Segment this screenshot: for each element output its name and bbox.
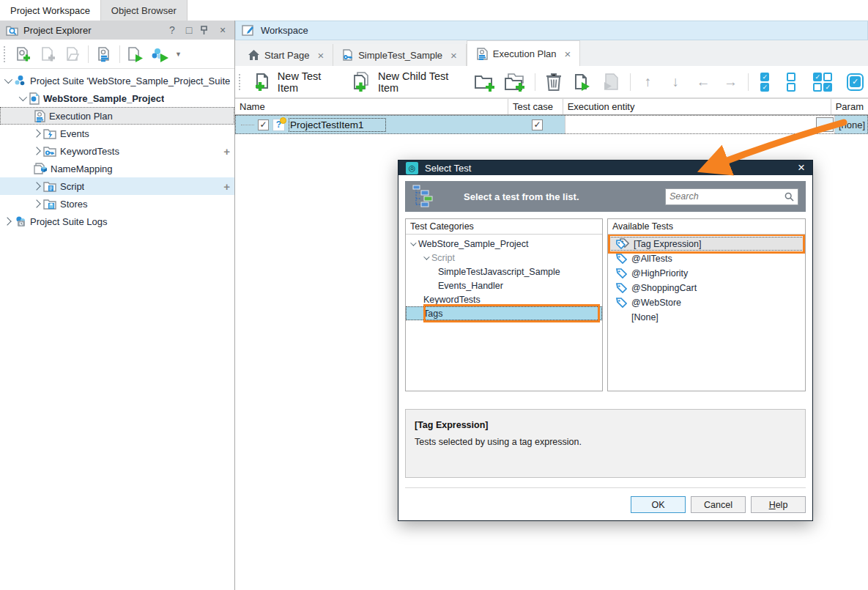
add-keywordtest-button[interactable]: + <box>223 145 230 158</box>
new-item-button[interactable] <box>37 44 59 64</box>
new-group-button[interactable] <box>472 72 498 92</box>
tab-label: Start Page <box>264 50 309 61</box>
run-item-disabled-button[interactable] <box>599 72 624 92</box>
tag-icon <box>615 297 627 308</box>
toggle-checked-state-button[interactable]: ✓ <box>847 73 864 91</box>
run-selected-button[interactable] <box>571 72 596 92</box>
column-header-execution-entity[interactable]: Execution entity <box>563 99 831 114</box>
tree-item-execution-plan[interactable]: Execution Plan <box>0 107 234 125</box>
close-tab-icon[interactable]: × <box>565 48 571 60</box>
tree-item-namemapping[interactable]: NameMapping <box>0 160 234 177</box>
toolbar-grip[interactable] <box>239 74 242 90</box>
tree-item-keywordtests[interactable]: KeywordTests + <box>0 142 234 160</box>
help-button[interactable]: Help <box>751 496 806 513</box>
available-test-label: @AllTests <box>631 254 672 264</box>
ok-button[interactable]: OK <box>631 496 686 513</box>
new-child-test-item-icon <box>352 72 373 92</box>
test-item-name: ProjectTestItem1 <box>289 118 386 132</box>
move-left-button[interactable]: ← <box>691 74 715 90</box>
run-dropdown-caret[interactable]: ▼ <box>175 51 182 58</box>
column-header-name[interactable]: Name <box>235 99 508 114</box>
ellipsis-button[interactable]: ... <box>816 117 834 132</box>
tab-simpletest-sample[interactable]: SimpleTest_Sample × <box>333 44 467 66</box>
chevron-right-icon[interactable] <box>32 182 40 190</box>
add-script-button[interactable]: + <box>223 180 230 193</box>
tree-item-project-suite[interactable]: Project Suite 'WebStore_Sample_Project_S… <box>0 72 234 89</box>
chevron-right-icon[interactable] <box>32 147 40 155</box>
pin-icon[interactable] <box>200 26 212 35</box>
row-checkbox[interactable]: ✓ <box>258 119 269 130</box>
run-project-suite-button[interactable] <box>149 44 171 64</box>
move-up-button[interactable]: ↑ <box>637 74 660 90</box>
available-test-webstore[interactable]: @WebStore <box>609 295 804 309</box>
new-test-item-button[interactable]: New Test Item <box>248 68 343 96</box>
chevron-down-icon[interactable] <box>4 75 12 84</box>
category-tags[interactable]: Tags <box>406 306 602 320</box>
dialog-banner: Select a test from the list. <box>405 181 806 212</box>
chevron-right-icon[interactable] <box>32 129 40 137</box>
table-row[interactable]: ✓ ? ProjectTestItem1 ✓ ... [none] <box>235 115 868 134</box>
execution-plan-icon <box>476 48 488 60</box>
test-case-checkbox[interactable]: ✓ <box>532 119 543 130</box>
tree-item-project[interactable]: WebStore_Sample_Project <box>0 89 234 107</box>
available-test-alltests[interactable]: @AllTests <box>609 251 804 265</box>
close-tab-icon[interactable]: × <box>450 49 457 62</box>
toolbar-separator <box>88 45 89 63</box>
chevron-right-icon[interactable] <box>3 217 11 225</box>
name-cell[interactable]: ✓ ? ProjectTestItem1 <box>235 115 510 134</box>
tree-item-events[interactable]: Events <box>0 125 234 142</box>
category-script[interactable]: Script <box>406 251 602 265</box>
dialog-close-icon[interactable]: × <box>798 161 805 175</box>
available-test-tag-expression[interactable]: [Tag Expression] <box>609 237 804 251</box>
new-child-test-item-button[interactable]: New Child Test Item <box>347 68 468 96</box>
available-tests-header: Available Tests <box>608 219 805 235</box>
available-test-none[interactable]: [None] <box>609 310 804 324</box>
toolbar-grip[interactable] <box>4 46 7 62</box>
category-webstore-sample-project[interactable]: WebStore_Sample_Project <box>406 237 602 251</box>
new-child-group-button[interactable] <box>503 72 529 92</box>
tab-start-page[interactable]: Start Page × <box>240 44 333 66</box>
close-icon[interactable]: × <box>217 24 229 36</box>
move-down-button[interactable]: ↓ <box>664 74 687 90</box>
keywordtests-folder-icon <box>43 146 56 157</box>
column-header-test-case[interactable]: Test case <box>508 99 563 114</box>
open-item-button[interactable] <box>62 44 84 64</box>
tab-object-browser[interactable]: Object Browser <box>100 0 188 21</box>
tab-execution-plan[interactable]: Execution Plan × <box>467 40 581 66</box>
test-case-cell[interactable]: ✓ <box>510 115 565 134</box>
move-right-button[interactable]: → <box>719 74 743 90</box>
uncheck-all-button[interactable] <box>787 73 795 92</box>
cancel-button[interactable]: Cancel <box>691 496 746 513</box>
category-simpletestjavascript-sample[interactable]: SimpleTestJavascript_Sample <box>406 265 602 279</box>
maximize-icon[interactable]: □ <box>183 24 195 36</box>
search-box[interactable] <box>665 188 798 205</box>
help-icon[interactable]: ? <box>166 24 178 36</box>
category-events-handler[interactable]: Events_Handler <box>406 279 602 292</box>
tree-item-script[interactable]: Script + <box>0 177 234 195</box>
dialog-title-bar[interactable]: ◎ Select Test × <box>398 161 812 175</box>
close-tab-icon[interactable]: × <box>317 49 324 62</box>
organize-execution-plan-button[interactable] <box>93 44 115 64</box>
chevron-down-icon[interactable] <box>423 254 429 259</box>
delete-button[interactable] <box>541 72 566 92</box>
available-test-shoppingcart[interactable]: @ShoppingCart <box>609 281 804 295</box>
column-header-param[interactable]: Param <box>831 99 868 114</box>
category-keywordtests[interactable]: KeywordTests <box>406 292 602 306</box>
search-input[interactable] <box>669 191 782 202</box>
chevron-right-icon[interactable] <box>32 199 40 207</box>
execution-entity-cell[interactable]: ... <box>565 115 834 134</box>
invert-checks-button[interactable]: ✓ ✓ <box>813 73 832 92</box>
execution-plan-toolbar: New Test Item New Child Test Item <box>235 66 868 98</box>
tree-item-project-suite-logs[interactable]: Project Suite Logs <box>0 213 234 230</box>
run-project-button[interactable] <box>125 44 146 64</box>
add-project-item-button[interactable] <box>12 44 34 64</box>
workspace-header: Workspace <box>235 21 868 40</box>
tab-project-workspace[interactable]: Project Workspace <box>0 0 100 21</box>
check-all-button[interactable]: ✓✓ <box>760 73 769 92</box>
category-label: SimpleTestJavascript_Sample <box>438 267 560 277</box>
chevron-down-icon[interactable] <box>410 240 416 246</box>
chevron-down-icon[interactable] <box>19 93 27 101</box>
param-cell[interactable]: [none] <box>834 115 868 134</box>
tree-item-stores[interactable]: Stores <box>0 195 234 213</box>
available-test-highpriority[interactable]: @HighPriority <box>609 266 804 280</box>
